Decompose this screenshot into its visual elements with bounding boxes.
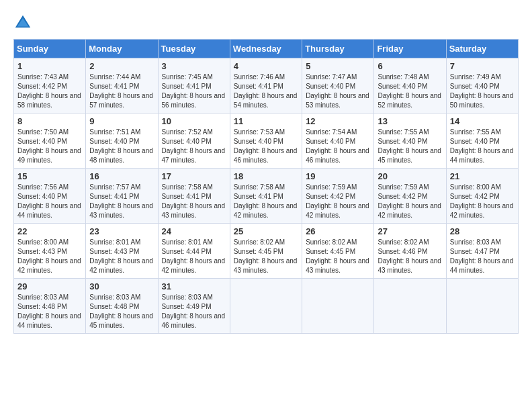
day-info: Sunrise: 7:46 AMSunset: 4:41 PMDaylight:… (234, 73, 298, 109)
day-info: Sunrise: 7:48 AMSunset: 4:40 PMDaylight:… (378, 73, 441, 109)
day-number: 22 (17, 226, 82, 236)
calendar-cell: 28 Sunrise: 8:03 AMSunset: 4:47 PMDaylig… (446, 224, 518, 279)
day-number: 2 (89, 61, 154, 71)
logo-icon (13, 13, 32, 32)
calendar-cell: 10 Sunrise: 7:52 AMSunset: 4:40 PMDaylig… (158, 113, 230, 169)
day-info: Sunrise: 7:56 AMSunset: 4:40 PMDaylight:… (17, 183, 81, 219)
calendar-week-3: 15 Sunrise: 7:56 AMSunset: 4:40 PMDaylig… (14, 169, 519, 224)
day-info: Sunrise: 7:58 AMSunset: 4:41 PMDaylight:… (162, 183, 226, 219)
calendar-cell: 4 Sunrise: 7:46 AMSunset: 4:41 PMDayligh… (230, 58, 302, 113)
day-info: Sunrise: 8:03 AMSunset: 4:47 PMDaylight:… (450, 238, 514, 274)
day-number: 23 (89, 226, 154, 236)
calendar-cell (302, 279, 374, 334)
day-number: 4 (234, 61, 298, 71)
day-info: Sunrise: 7:43 AMSunset: 4:42 PMDaylight:… (17, 73, 81, 109)
day-number: 15 (17, 171, 82, 181)
calendar-table: SundayMondayTuesdayWednesdayThursdayFrid… (13, 39, 519, 334)
day-info: Sunrise: 7:59 AMSunset: 4:42 PMDaylight:… (306, 183, 369, 219)
day-number: 31 (162, 281, 226, 291)
logo (13, 13, 35, 32)
calendar-cell: 21 Sunrise: 8:00 AMSunset: 4:42 PMDaylig… (446, 169, 518, 224)
day-number: 7 (450, 61, 515, 71)
calendar-body: 1 Sunrise: 7:43 AMSunset: 4:42 PMDayligh… (14, 58, 519, 334)
day-info: Sunrise: 8:00 AMSunset: 4:42 PMDaylight:… (450, 183, 514, 219)
day-number: 3 (162, 61, 226, 71)
weekday-header-tuesday: Tuesday (158, 40, 230, 58)
calendar-cell (374, 279, 446, 334)
calendar-cell: 22 Sunrise: 8:00 AMSunset: 4:43 PMDaylig… (14, 224, 86, 279)
day-number: 8 (17, 116, 82, 126)
day-info: Sunrise: 7:55 AMSunset: 4:40 PMDaylight:… (450, 128, 514, 164)
day-number: 14 (450, 116, 515, 126)
day-number: 5 (306, 61, 370, 71)
calendar-cell: 12 Sunrise: 7:54 AMSunset: 4:40 PMDaylig… (302, 113, 374, 169)
day-number: 30 (89, 281, 154, 291)
day-info: Sunrise: 7:51 AMSunset: 4:40 PMDaylight:… (89, 128, 153, 164)
weekday-header-thursday: Thursday (302, 40, 374, 58)
calendar-cell: 18 Sunrise: 7:58 AMSunset: 4:41 PMDaylig… (230, 169, 302, 224)
day-info: Sunrise: 8:00 AMSunset: 4:43 PMDaylight:… (17, 238, 81, 274)
day-number: 28 (450, 226, 515, 236)
calendar-cell: 1 Sunrise: 7:43 AMSunset: 4:42 PMDayligh… (14, 58, 86, 113)
day-info: Sunrise: 7:53 AMSunset: 4:40 PMDaylight:… (234, 128, 298, 164)
weekday-header-friday: Friday (374, 40, 446, 58)
calendar-cell: 3 Sunrise: 7:45 AMSunset: 4:41 PMDayligh… (158, 58, 230, 113)
calendar-cell: 13 Sunrise: 7:55 AMSunset: 4:40 PMDaylig… (374, 113, 446, 169)
calendar-cell: 27 Sunrise: 8:02 AMSunset: 4:46 PMDaylig… (374, 224, 446, 279)
calendar-cell: 19 Sunrise: 7:59 AMSunset: 4:42 PMDaylig… (302, 169, 374, 224)
calendar-cell: 8 Sunrise: 7:50 AMSunset: 4:40 PMDayligh… (14, 113, 86, 169)
day-number: 9 (89, 116, 154, 126)
weekday-header-sunday: Sunday (14, 40, 86, 58)
page-header (13, 13, 519, 32)
day-number: 12 (306, 116, 370, 126)
calendar-cell: 24 Sunrise: 8:01 AMSunset: 4:44 PMDaylig… (158, 224, 230, 279)
day-number: 29 (17, 281, 82, 291)
day-info: Sunrise: 8:03 AMSunset: 4:49 PMDaylight:… (162, 293, 226, 329)
day-info: Sunrise: 8:01 AMSunset: 4:44 PMDaylight:… (162, 238, 226, 274)
day-number: 25 (234, 226, 298, 236)
day-info: Sunrise: 7:47 AMSunset: 4:40 PMDaylight:… (306, 73, 369, 109)
day-number: 20 (378, 171, 442, 181)
calendar-cell: 25 Sunrise: 8:02 AMSunset: 4:45 PMDaylig… (230, 224, 302, 279)
day-info: Sunrise: 8:03 AMSunset: 4:48 PMDaylight:… (17, 293, 81, 329)
day-info: Sunrise: 7:55 AMSunset: 4:40 PMDaylight:… (378, 128, 441, 164)
day-number: 18 (234, 171, 298, 181)
day-number: 26 (306, 226, 370, 236)
calendar-cell: 29 Sunrise: 8:03 AMSunset: 4:48 PMDaylig… (14, 279, 86, 334)
day-number: 1 (17, 61, 82, 71)
day-info: Sunrise: 8:02 AMSunset: 4:46 PMDaylight:… (378, 238, 441, 274)
day-info: Sunrise: 7:58 AMSunset: 4:41 PMDaylight:… (234, 183, 298, 219)
calendar-cell: 6 Sunrise: 7:48 AMSunset: 4:40 PMDayligh… (374, 58, 446, 113)
day-number: 13 (378, 116, 442, 126)
day-info: Sunrise: 7:54 AMSunset: 4:40 PMDaylight:… (306, 128, 369, 164)
calendar-cell (230, 279, 302, 334)
day-info: Sunrise: 7:52 AMSunset: 4:40 PMDaylight:… (162, 128, 226, 164)
calendar-cell: 17 Sunrise: 7:58 AMSunset: 4:41 PMDaylig… (158, 169, 230, 224)
calendar-cell: 26 Sunrise: 8:02 AMSunset: 4:45 PMDaylig… (302, 224, 374, 279)
day-info: Sunrise: 8:01 AMSunset: 4:43 PMDaylight:… (89, 238, 153, 274)
calendar-week-2: 8 Sunrise: 7:50 AMSunset: 4:40 PMDayligh… (14, 113, 519, 169)
calendar-week-5: 29 Sunrise: 8:03 AMSunset: 4:48 PMDaylig… (14, 279, 519, 334)
day-number: 16 (89, 171, 154, 181)
day-info: Sunrise: 7:44 AMSunset: 4:41 PMDaylight:… (89, 73, 153, 109)
calendar-cell: 31 Sunrise: 8:03 AMSunset: 4:49 PMDaylig… (158, 279, 230, 334)
weekday-header-monday: Monday (86, 40, 158, 58)
day-info: Sunrise: 7:57 AMSunset: 4:41 PMDaylight:… (89, 183, 153, 219)
calendar-cell: 20 Sunrise: 7:59 AMSunset: 4:42 PMDaylig… (374, 169, 446, 224)
day-number: 17 (162, 171, 226, 181)
day-info: Sunrise: 7:49 AMSunset: 4:40 PMDaylight:… (450, 73, 514, 109)
day-number: 11 (234, 116, 298, 126)
day-number: 24 (162, 226, 226, 236)
calendar-cell: 9 Sunrise: 7:51 AMSunset: 4:40 PMDayligh… (86, 113, 158, 169)
weekday-header-saturday: Saturday (446, 40, 518, 58)
day-info: Sunrise: 8:02 AMSunset: 4:45 PMDaylight:… (234, 238, 298, 274)
calendar-cell: 23 Sunrise: 8:01 AMSunset: 4:43 PMDaylig… (86, 224, 158, 279)
calendar-week-1: 1 Sunrise: 7:43 AMSunset: 4:42 PMDayligh… (14, 58, 519, 113)
day-info: Sunrise: 7:50 AMSunset: 4:40 PMDaylight:… (17, 128, 81, 164)
calendar-cell: 14 Sunrise: 7:55 AMSunset: 4:40 PMDaylig… (446, 113, 518, 169)
day-number: 21 (450, 171, 515, 181)
calendar-cell: 5 Sunrise: 7:47 AMSunset: 4:40 PMDayligh… (302, 58, 374, 113)
day-info: Sunrise: 8:03 AMSunset: 4:48 PMDaylight:… (89, 293, 153, 329)
calendar-cell: 11 Sunrise: 7:53 AMSunset: 4:40 PMDaylig… (230, 113, 302, 169)
calendar-week-4: 22 Sunrise: 8:00 AMSunset: 4:43 PMDaylig… (14, 224, 519, 279)
